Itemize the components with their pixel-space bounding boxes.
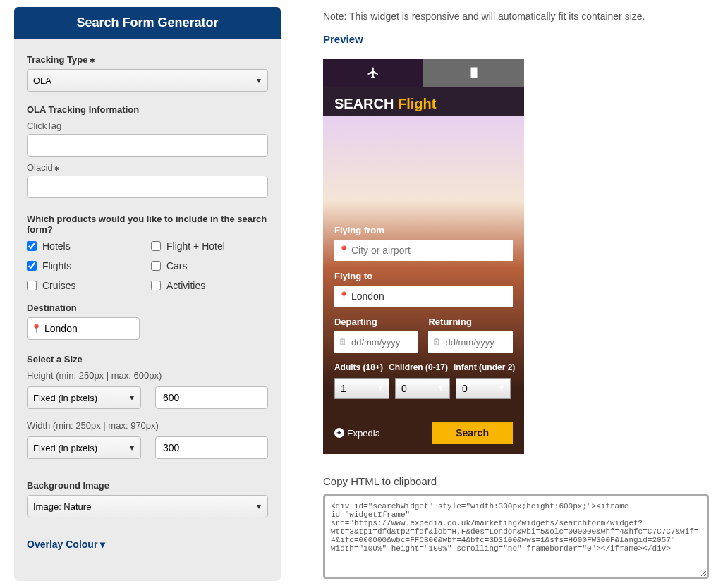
- olacid-label: Olacid: [27, 162, 268, 173]
- destination-label: Destination: [27, 302, 268, 313]
- activities-checkbox[interactable]: [151, 281, 161, 290]
- chevron-down-icon: ▾: [100, 539, 105, 550]
- tab-hotel[interactable]: [423, 59, 524, 87]
- search-button[interactable]: Search: [432, 422, 513, 444]
- flight-hotel-label: Flight + Hotel: [166, 240, 225, 252]
- bg-image-select[interactable]: Image: Nature: [27, 495, 268, 517]
- infant-select[interactable]: 0: [456, 378, 511, 399]
- activities-label: Activities: [166, 280, 205, 291]
- flights-checkbox[interactable]: [27, 261, 37, 271]
- returning-label: Returning: [428, 317, 513, 327]
- panel-title: Search Form Generator: [14, 7, 281, 39]
- cruises-label: Cruises: [42, 280, 75, 291]
- infant-label: Infant (under 2): [454, 362, 515, 372]
- width-value-input[interactable]: [155, 436, 268, 459]
- width-mode-select[interactable]: Fixed (in pixels): [27, 436, 141, 459]
- cruises-checkbox[interactable]: [27, 281, 37, 290]
- adults-select[interactable]: 1: [334, 378, 389, 399]
- tab-flight[interactable]: [323, 59, 424, 87]
- height-label: Height (min: 250px | max: 600px): [27, 370, 268, 381]
- tracking-type-select[interactable]: OLA: [27, 69, 268, 92]
- flying-to-input[interactable]: [334, 286, 513, 307]
- plane-icon: [367, 66, 379, 81]
- hotels-label: Hotels: [42, 240, 71, 252]
- widget-preview: SEARCH Flight Flying from 📍 Flying to 📍 …: [323, 59, 524, 454]
- products-question: Which products would you like to include…: [27, 214, 268, 235]
- select-size-label: Select a Size: [27, 354, 268, 365]
- clicktag-label: ClickTag: [27, 121, 268, 131]
- globe-icon: ✦: [334, 428, 344, 438]
- departing-label: Departing: [334, 317, 419, 327]
- tracking-type-label: Tracking Type: [27, 54, 268, 65]
- building-icon: [468, 66, 480, 81]
- flying-from-input[interactable]: [334, 240, 513, 261]
- clicktag-input[interactable]: [27, 134, 268, 157]
- expedia-logo: ✦ Expedia: [334, 428, 380, 439]
- calendar-icon: 🗓: [339, 337, 347, 347]
- flights-label: Flights: [42, 260, 71, 271]
- responsive-note: Note: This widget is responsive and will…: [323, 11, 709, 22]
- olacid-input[interactable]: [27, 176, 268, 198]
- pin-icon: 📍: [31, 324, 42, 333]
- product-cars[interactable]: Cars: [151, 260, 268, 271]
- product-flights[interactable]: Flights: [27, 260, 144, 271]
- cars-checkbox[interactable]: [151, 261, 161, 271]
- pin-icon: 📍: [339, 245, 349, 255]
- cars-label: Cars: [166, 260, 188, 271]
- product-hotels[interactable]: Hotels: [27, 240, 144, 252]
- preview-section: Note: This widget is responsive and will…: [323, 7, 709, 581]
- children-select[interactable]: 0: [395, 378, 450, 399]
- product-cruises[interactable]: Cruises: [27, 280, 144, 291]
- width-label: Width (min: 250px | max: 970px): [27, 420, 268, 431]
- hotels-checkbox[interactable]: [27, 241, 37, 251]
- calendar-icon: 🗓: [432, 337, 441, 347]
- height-mode-select[interactable]: Fixed (in pixels): [27, 386, 141, 409]
- children-label: Children (0-17): [389, 362, 448, 372]
- destination-input[interactable]: [27, 317, 140, 340]
- bg-image-label: Background Image: [27, 480, 268, 491]
- overlay-colour-toggle[interactable]: Overlay Colour ▾: [27, 539, 105, 550]
- product-flight-hotel[interactable]: Flight + Hotel: [151, 240, 268, 252]
- copy-html-label: Copy HTML to clipboard: [323, 475, 709, 487]
- search-form-generator-panel: Search Form Generator Tracking Type OLA …: [14, 7, 281, 581]
- preview-label: Preview: [323, 33, 709, 45]
- adults-label: Adults (18+): [334, 362, 383, 372]
- height-value-input[interactable]: [155, 386, 268, 409]
- product-activities[interactable]: Activities: [151, 280, 268, 291]
- flying-to-label: Flying to: [334, 271, 513, 281]
- flight-hotel-checkbox[interactable]: [151, 241, 161, 251]
- pin-icon: 📍: [339, 291, 349, 301]
- html-code-output[interactable]: [323, 494, 709, 579]
- ola-tracking-info-label: OLA Tracking Information: [27, 104, 268, 115]
- flying-from-label: Flying from: [334, 225, 513, 235]
